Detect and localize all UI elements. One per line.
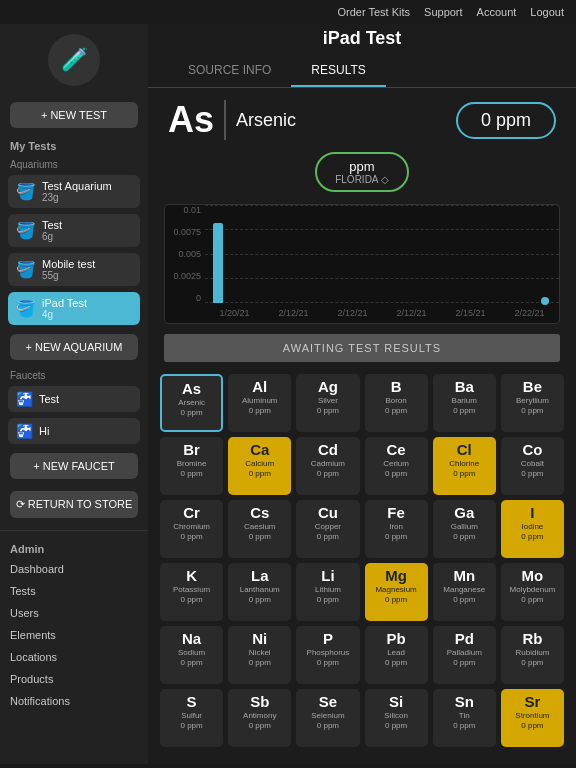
tile-name: Tin (459, 711, 470, 721)
element-name: Arsenic (236, 110, 296, 131)
main-content: iPad Test SOURCE INFO RESULTS As Arsenic… (148, 24, 576, 764)
support-link[interactable]: Support (424, 6, 463, 18)
aquarium-item-1[interactable]: 🪣 Test 6g (8, 214, 140, 247)
admin-tests-link[interactable]: Tests (0, 580, 148, 602)
admin-users-link[interactable]: Users (0, 602, 148, 624)
tile-symbol: Ni (252, 630, 267, 648)
element-tile-pb[interactable]: Pb Lead 0 ppm (365, 626, 428, 684)
chart-bar (213, 223, 223, 303)
tile-symbol: Br (183, 441, 200, 459)
element-tile-li[interactable]: Li Lithium 0 ppm (296, 563, 359, 621)
element-tile-cl[interactable]: Cl Chlorine 0 ppm (433, 437, 496, 495)
faucet-name-0: Test (39, 393, 59, 405)
element-tile-mn[interactable]: Mn Manganese 0 ppm (433, 563, 496, 621)
new-test-button[interactable]: + NEW TEST (10, 102, 138, 128)
tile-ppm: 0 ppm (385, 469, 407, 478)
element-tile-rb[interactable]: Rb Rubidium 0 ppm (501, 626, 564, 684)
element-tile-co[interactable]: Co Cobalt 0 ppm (501, 437, 564, 495)
element-tile-ni[interactable]: Ni Nickel 0 ppm (228, 626, 291, 684)
element-header: As Arsenic 0 ppm (148, 88, 576, 146)
admin-locations-link[interactable]: Locations (0, 646, 148, 668)
admin-dashboard-link[interactable]: Dashboard (0, 558, 148, 580)
element-tile-cu[interactable]: Cu Copper 0 ppm (296, 500, 359, 558)
chart-area: 0.01 0.0075 0.005 0.0025 0 1/20/21 2/12/… (164, 204, 560, 324)
tile-symbol: Mg (385, 567, 407, 585)
element-tile-na[interactable]: Na Sodium 0 ppm (160, 626, 223, 684)
tile-ppm: 0 ppm (521, 532, 543, 541)
aquarium-size-2: 55g (42, 270, 95, 281)
tile-ppm: 0 ppm (385, 595, 407, 604)
tile-symbol: Ga (454, 504, 474, 522)
ppm-selector[interactable]: ppm FLORIDA ◇ (315, 152, 409, 192)
tile-name: Magnesium (375, 585, 416, 595)
x-label-2: 2/12/21 (337, 308, 367, 318)
admin-elements-link[interactable]: Elements (0, 624, 148, 646)
element-tile-as[interactable]: As Arsenic 0 ppm (160, 374, 223, 432)
element-tile-cd[interactable]: Cd Cadmium 0 ppm (296, 437, 359, 495)
page-title: iPad Test (148, 24, 576, 55)
tile-name: Iron (389, 522, 403, 532)
periodic-grid: As Arsenic 0 ppm Al Aluminum 0 ppm Ag Si… (160, 374, 564, 747)
tile-symbol: La (251, 567, 269, 585)
tile-name: Iodine (522, 522, 544, 532)
element-tile-br[interactable]: Br Bromine 0 ppm (160, 437, 223, 495)
account-link[interactable]: Account (477, 6, 517, 18)
faucet-item-1[interactable]: 🚰 Hi (8, 418, 140, 444)
new-faucet-button[interactable]: + NEW FAUCET (10, 453, 138, 479)
tile-symbol: Pb (386, 630, 405, 648)
y-label-1: 0.0075 (173, 227, 201, 237)
tile-name: Arsenic (178, 398, 205, 408)
element-tile-se[interactable]: Se Selenium 0 ppm (296, 689, 359, 747)
element-tile-mg[interactable]: Mg Magnesium 0 ppm (365, 563, 428, 621)
element-tile-sb[interactable]: Sb Antimony 0 ppm (228, 689, 291, 747)
faucet-item-0[interactable]: 🚰 Test (8, 386, 140, 412)
element-tile-s[interactable]: S Sulfur 0 ppm (160, 689, 223, 747)
element-tile-si[interactable]: Si Silicon 0 ppm (365, 689, 428, 747)
element-tile-be[interactable]: Be Beryllium 0 ppm (501, 374, 564, 432)
tile-name: Beryllium (516, 396, 549, 406)
element-tile-cr[interactable]: Cr Chromium 0 ppm (160, 500, 223, 558)
new-aquarium-button[interactable]: + NEW AQUARIUM (10, 334, 138, 360)
tile-ppm: 0 ppm (180, 532, 202, 541)
tile-symbol: Mn (453, 567, 475, 585)
tile-name: Strontium (515, 711, 549, 721)
aquarium-item-0[interactable]: 🪣 Test Aquarium 23g (8, 175, 140, 208)
tile-symbol: Cs (250, 504, 269, 522)
x-label-3: 2/12/21 (396, 308, 426, 318)
y-label-0: 0.01 (183, 205, 201, 215)
aquarium-item-2[interactable]: 🪣 Mobile test 55g (8, 253, 140, 286)
element-tile-k[interactable]: K Potassium 0 ppm (160, 563, 223, 621)
logout-link[interactable]: Logout (530, 6, 564, 18)
element-tile-sr[interactable]: Sr Strontium 0 ppm (501, 689, 564, 747)
tab-results[interactable]: RESULTS (291, 55, 385, 87)
element-tile-mo[interactable]: Mo Molybdenum 0 ppm (501, 563, 564, 621)
element-tile-ce[interactable]: Ce Cerium 0 ppm (365, 437, 428, 495)
element-tile-p[interactable]: P Phosphorus 0 ppm (296, 626, 359, 684)
element-tile-pd[interactable]: Pd Palladium 0 ppm (433, 626, 496, 684)
tile-ppm: 0 ppm (180, 658, 202, 667)
return-store-button[interactable]: ⟳ RETURN TO STORE (10, 491, 138, 518)
tile-name: Lanthanum (240, 585, 280, 595)
admin-products-link[interactable]: Products (0, 668, 148, 690)
tile-ppm: 0 ppm (317, 406, 339, 415)
aquarium-item-3[interactable]: 🪣 iPad Test 4g (8, 292, 140, 325)
tile-symbol: As (182, 380, 201, 398)
element-tile-fe[interactable]: Fe Iron 0 ppm (365, 500, 428, 558)
element-tile-ga[interactable]: Ga Gallium 0 ppm (433, 500, 496, 558)
element-tile-b[interactable]: B Boron 0 ppm (365, 374, 428, 432)
element-tile-la[interactable]: La Lanthanum 0 ppm (228, 563, 291, 621)
element-tile-ag[interactable]: Ag Silver 0 ppm (296, 374, 359, 432)
element-tile-sn[interactable]: Sn Tin 0 ppm (433, 689, 496, 747)
faucets-label: Faucets (0, 366, 148, 383)
element-tile-ba[interactable]: Ba Barium 0 ppm (433, 374, 496, 432)
tile-ppm: 0 ppm (180, 408, 202, 417)
element-tile-ca[interactable]: Ca Calcium 0 ppm (228, 437, 291, 495)
element-tile-i[interactable]: I Iodine 0 ppm (501, 500, 564, 558)
element-tile-al[interactable]: Al Aluminum 0 ppm (228, 374, 291, 432)
tile-symbol: Fe (387, 504, 405, 522)
element-tile-cs[interactable]: Cs Caesium 0 ppm (228, 500, 291, 558)
admin-notifications-link[interactable]: Notifications (0, 690, 148, 712)
order-test-kits-link[interactable]: Order Test Kits (338, 6, 411, 18)
aquarium-name-2: Mobile test (42, 258, 95, 270)
tab-source-info[interactable]: SOURCE INFO (168, 55, 291, 87)
